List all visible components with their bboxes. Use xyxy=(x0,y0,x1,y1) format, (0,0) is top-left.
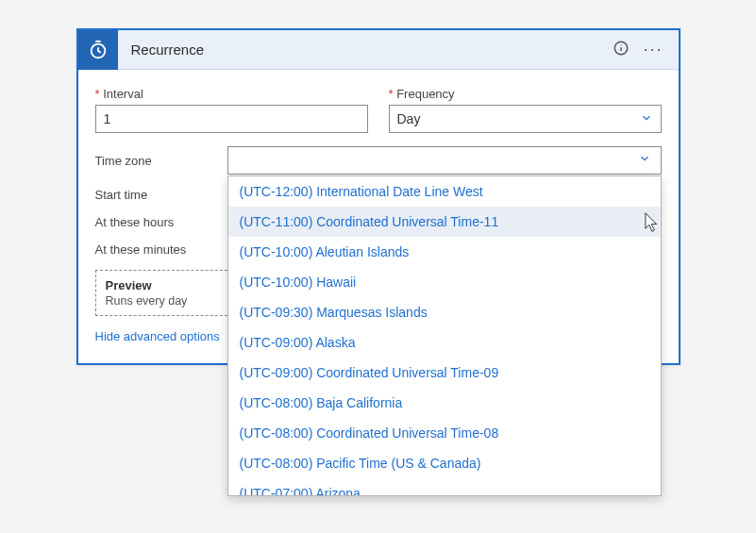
timezone-option[interactable]: (UTC-09:00) Alaska xyxy=(228,327,661,358)
info-icon[interactable] xyxy=(613,40,630,60)
timezone-option[interactable]: (UTC-08:00) Pacific Time (US & Canada) xyxy=(228,448,661,478)
timezone-option[interactable]: (UTC-07:00) Arizona xyxy=(228,478,661,496)
timezone-option[interactable]: (UTC-11:00) Coordinated Universal Time-1… xyxy=(228,207,661,237)
preview-box: Preview Runs every day xyxy=(95,270,232,316)
recurrence-icon xyxy=(78,30,118,70)
timezone-select[interactable] xyxy=(227,146,662,175)
card-title: Recurrence xyxy=(118,42,613,58)
preview-text: Runs every day xyxy=(106,294,222,308)
card-header: Recurrence ··· xyxy=(78,30,679,70)
timezone-option[interactable]: (UTC-10:00) Hawaii xyxy=(228,267,661,297)
minutes-label: At these minutes xyxy=(95,242,218,257)
timezone-dropdown[interactable]: (UTC-12:00) International Date Line West… xyxy=(227,175,662,496)
timezone-option[interactable]: (UTC-09:00) Coordinated Universal Time-0… xyxy=(228,358,661,388)
hours-label: At these hours xyxy=(95,215,218,229)
recurrence-card: Recurrence ··· Interval Frequency Day xyxy=(76,28,680,365)
chevron-down-icon xyxy=(638,152,651,169)
timezone-option[interactable]: (UTC-09:30) Marquesas Islands xyxy=(228,297,661,327)
interval-label: Interval xyxy=(95,87,368,101)
timezone-label: Time zone xyxy=(95,154,218,168)
starttime-label: Start time xyxy=(95,188,218,202)
interval-input[interactable] xyxy=(95,105,368,133)
preview-title: Preview xyxy=(106,278,222,292)
timezone-option[interactable]: (UTC-08:00) Baja California xyxy=(228,388,661,418)
timezone-option[interactable]: (UTC-10:00) Aleutian Islands xyxy=(228,237,661,267)
frequency-value: Day xyxy=(397,111,421,126)
frequency-label: Frequency xyxy=(389,87,662,101)
hide-advanced-link[interactable]: Hide advanced options xyxy=(95,329,220,343)
svg-point-3 xyxy=(621,44,622,45)
chevron-down-icon xyxy=(640,111,653,127)
frequency-select[interactable]: Day xyxy=(389,105,662,133)
timezone-option[interactable]: (UTC-12:00) International Date Line West xyxy=(228,176,661,207)
timezone-option[interactable]: (UTC-08:00) Coordinated Universal Time-0… xyxy=(228,418,661,448)
more-icon[interactable]: ··· xyxy=(643,40,663,59)
card-body: Interval Frequency Day Time zone xyxy=(78,70,679,363)
